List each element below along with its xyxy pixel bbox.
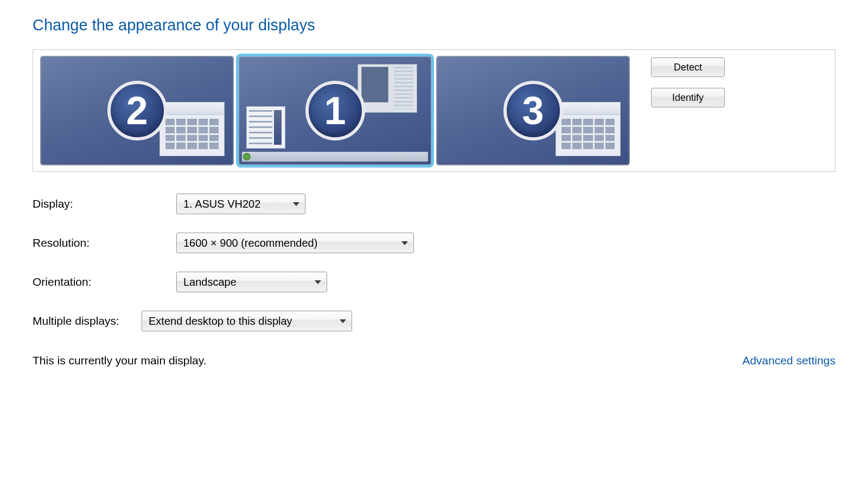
multiple-displays-dropdown[interactable]: Extend desktop to this display xyxy=(142,311,352,331)
identify-button[interactable]: Identify xyxy=(651,88,725,107)
resolution-dropdown-value: 868 × 488 (recommended) xyxy=(183,237,317,249)
monitors-row: 2 1 3 xyxy=(41,56,629,165)
monitor-number-badge: 1 xyxy=(305,81,365,140)
multiple-displays-label: Multiple displays: xyxy=(33,314,144,328)
orientation-dropdown[interactable]: Landscape xyxy=(176,272,327,292)
chevron-down-icon xyxy=(315,280,321,284)
settings-form: Display: 1. ASUS VH202 Resolution: 1600 … xyxy=(33,194,835,331)
start-button-icon xyxy=(243,153,251,160)
display-arrangement-panel: 2 1 3 xyxy=(33,49,835,172)
display-dropdown-value: 1. ASUS VH202 xyxy=(183,198,260,210)
display-label: Display: xyxy=(33,197,160,210)
chevron-down-icon xyxy=(293,202,299,206)
side-buttons: Detect Identify xyxy=(651,56,725,107)
display-dropdown[interactable]: 1. ASUS VH202 xyxy=(176,194,305,214)
chevron-down-icon xyxy=(340,319,346,323)
mini-window-icon xyxy=(159,102,225,156)
mini-sidepanel-icon xyxy=(246,106,285,149)
resolution-dropdown[interactable]: 868 × 488 (recommended) xyxy=(176,233,414,253)
main-display-status: This is currently your main display. xyxy=(33,354,207,367)
detect-button[interactable]: Detect xyxy=(651,57,725,77)
multiple-displays-dropdown-value: Extend desktop to this display xyxy=(149,315,292,328)
monitor-3[interactable]: 3 xyxy=(437,56,629,165)
monitor-1[interactable]: 1 xyxy=(239,56,431,165)
orientation-label: Orientation: xyxy=(33,275,160,288)
orientation-dropdown-value: Landscape xyxy=(183,276,237,288)
monitor-number-badge: 3 xyxy=(503,81,563,140)
mini-window-icon xyxy=(556,102,621,156)
mini-app-window-icon xyxy=(358,64,417,113)
resolution-label: Resolution: xyxy=(33,236,160,249)
monitor-2[interactable]: 2 xyxy=(41,56,233,165)
advanced-settings-link[interactable]: Advanced settings xyxy=(742,354,835,367)
footer-row: This is currently your main display. Adv… xyxy=(33,354,835,367)
taskbar-icon xyxy=(242,152,428,162)
chevron-down-icon xyxy=(401,241,408,245)
page-title: Change the appearance of your displays xyxy=(33,16,835,34)
monitor-number-badge: 2 xyxy=(107,81,167,140)
